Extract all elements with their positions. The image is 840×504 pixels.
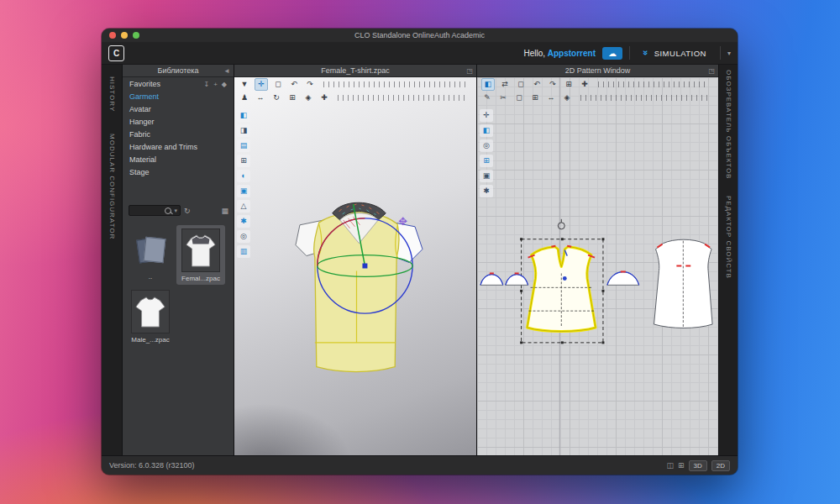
greeting-prefix: Hello,	[523, 49, 547, 58]
view-toolbar-3d: ◧ ◨ ▤ ⊞ ◐ ▣ △ ✱ ◎ ▥	[237, 109, 250, 258]
library-panel: Библиотека ◄ Favorites ↧ + ◆ Garment Ava…	[123, 65, 234, 455]
lock-icon[interactable]: ✱	[480, 185, 493, 197]
library-file-grid: .. Femal...zpac	[123, 220, 234, 351]
clo-logo-icon[interactable]: C	[108, 45, 124, 61]
search-options-icon[interactable]: ▾	[174, 207, 177, 214]
library-item-fabric[interactable]: Fabric	[123, 128, 234, 140]
pattern-sleeve-left-1[interactable]	[480, 273, 503, 285]
mesh-view-icon[interactable]: ⊞	[237, 155, 250, 167]
app-toolbar: C Hello, Appstorrent ☁ » SIMULATION ▾	[102, 42, 738, 65]
folder-up-item[interactable]: ..	[126, 225, 175, 285]
show-seam-icon[interactable]: ⊞	[480, 155, 493, 167]
move-4way-icon[interactable]: ✥	[398, 215, 407, 228]
file-label: Femal...zpac	[181, 275, 220, 282]
viewport-2d-header: 2D Pattern Window ◳	[477, 65, 718, 77]
pattern-view-icon[interactable]: ▣	[237, 185, 250, 197]
add-icon[interactable]: +	[213, 81, 218, 88]
simulate-chevrons-icon: »	[641, 50, 651, 56]
statusbar-right: ◫ ⊞ 3D 2D	[666, 460, 730, 471]
tab-modular-configurator[interactable]: MODULAR CONFIGURATOR	[108, 134, 116, 239]
file-item-male-tshirt[interactable]: Male_...zpac	[126, 286, 175, 346]
viewport-2d[interactable]: ◧ ⇄ ◻ ↶ ↷ ⊞ ✚ ✎ ✂ ◻ ⊞ ↔	[477, 77, 718, 455]
fit-view-icon[interactable]: ◎	[237, 230, 250, 243]
right-tab-strip: ОБОЗРЕВАТЕЛЬ ОБЪЕКТОВ РЕДАКТОР СВОЙСТВ	[718, 65, 738, 455]
pattern-canvas	[477, 77, 718, 455]
window-title: CLO Standalone OnlineAuth Academic	[102, 31, 738, 39]
account-name-link[interactable]: Appstorrent	[548, 49, 596, 58]
toolbar-separator	[629, 46, 630, 60]
window-titlebar: CLO Standalone OnlineAuth Academic	[102, 29, 738, 42]
viewport-3d-header: Female_T-shirt.zpac ◳	[234, 65, 476, 77]
left-tab-strip: HISTORY MODULAR CONFIGURATOR	[102, 65, 123, 455]
tab-property-editor[interactable]: РЕДАКТОР СВОЙСТВ	[725, 196, 732, 279]
file-label: Male_...zpac	[131, 336, 169, 344]
show-grid-icon[interactable]: ◎	[480, 139, 493, 152]
pattern-move-icon[interactable]: ✛	[480, 109, 493, 122]
library-item-favorites[interactable]: Favorites ↧ + ◆	[123, 77, 234, 90]
pattern-outline-icon[interactable]: ◧	[480, 124, 493, 137]
collapse-panel-icon[interactable]: ◄	[223, 67, 230, 75]
library-item-hanger[interactable]: Hanger	[123, 115, 234, 128]
library-title: Библиотека	[158, 66, 199, 75]
stress-view-icon[interactable]: ✱	[237, 215, 250, 228]
tab-object-browser[interactable]: ОБОЗРЕВАТЕЛЬ ОБЪЕКТОВ	[725, 70, 732, 179]
account-greeting: Hello, Appstorrent	[523, 49, 596, 58]
library-search-row: ▾ ↻ ▦	[123, 200, 234, 220]
pattern-sleeve-right[interactable]	[607, 271, 639, 285]
tshirt-thumbnail-female	[185, 232, 217, 269]
simulation-dropdown-icon[interactable]: ▾	[727, 50, 731, 57]
viewport-3d-title: Female_T-shirt.zpac	[321, 66, 390, 75]
toolbar-separator	[720, 46, 721, 60]
view-toolbar-2d: ✛ ◧ ◎ ⊞ ▣ ✱	[480, 109, 493, 197]
layer-view-icon[interactable]: ▥	[237, 245, 250, 258]
cloud-icon: ☁	[608, 49, 617, 58]
texture-view-icon[interactable]: ▤	[237, 139, 250, 152]
pin-icon[interactable]: ◆	[222, 81, 227, 88]
grading-reference-point[interactable]	[558, 219, 564, 229]
library-body: Favorites ↧ + ◆ Garment Avatar Hanger Fa…	[123, 77, 234, 455]
simulation-button[interactable]: » SIMULATION	[637, 45, 713, 60]
maximize-panel-icon[interactable]: ◳	[708, 67, 715, 75]
tshirt-3d-model[interactable]	[296, 202, 423, 371]
pattern-back[interactable]	[654, 239, 713, 328]
quad-panes-icon[interactable]: ⊞	[678, 461, 685, 470]
refresh-icon[interactable]: ↻	[184, 207, 191, 215]
library-item-hardware-and-trims[interactable]: Hardware and Trims	[123, 140, 234, 153]
toggle-3d-button[interactable]: 3D	[689, 460, 707, 471]
show-avatar-icon[interactable]: ◧	[237, 109, 250, 122]
shade-view-icon[interactable]: ◐	[237, 170, 250, 182]
toggle-2d-button[interactable]: 2D	[711, 460, 730, 471]
library-item-garment[interactable]: Garment	[123, 90, 234, 102]
library-panel-header: Библиотека ◄	[123, 65, 234, 77]
search-icon	[165, 207, 171, 214]
tshirt-thumbnail-male	[134, 293, 166, 330]
pattern-front[interactable]	[528, 246, 596, 332]
pin-view-icon[interactable]: △	[237, 200, 250, 213]
viewport-2d-title: 2D Pattern Window	[565, 66, 631, 75]
view-mode-grid-icon[interactable]: ▦	[221, 207, 228, 215]
file-item-female-tshirt[interactable]: Femal...zpac	[176, 225, 225, 285]
status-bar: Version: 6.0.328 (r32100) ◫ ⊞ 3D 2D	[102, 455, 738, 475]
app-window: CLO Standalone OnlineAuth Academic C Hel…	[102, 29, 738, 475]
maximize-panel-icon[interactable]: ◳	[466, 67, 473, 75]
viewport-2d-column: 2D Pattern Window ◳ ◧ ⇄ ◻ ↶ ↷ ⊞ ✚	[477, 65, 718, 455]
main-area: HISTORY MODULAR CONFIGURATOR Библиотека …	[102, 65, 738, 455]
viewport-3d-column: Female_T-shirt.zpac ◳ ▼ ✛ ◻ ↶ ↷ ♟ ↔	[234, 65, 477, 455]
search-input[interactable]: ▾	[129, 205, 181, 216]
split-panes-icon[interactable]: ◫	[666, 461, 674, 470]
pattern-sleeve-left-2[interactable]	[506, 273, 528, 285]
version-text: Version: 6.0.328 (r32100)	[109, 461, 195, 470]
viewport-3d[interactable]: ▼ ✛ ◻ ↶ ↷ ♟ ↔ ↻ ⊞ ◈ ✚	[234, 77, 476, 455]
library-item-stage[interactable]: Stage	[123, 165, 234, 178]
folder-icon	[136, 235, 165, 264]
library-item-material[interactable]: Material	[123, 153, 234, 165]
cloud-sync-button[interactable]: ☁	[602, 47, 622, 60]
download-icon[interactable]: ↧	[203, 81, 209, 88]
library-item-avatar[interactable]: Avatar	[123, 102, 234, 115]
simulation-label: SIMULATION	[654, 49, 706, 58]
texture-2d-icon[interactable]: ▣	[480, 170, 493, 182]
file-label: ..	[149, 273, 152, 281]
scene-3d: ✥	[234, 77, 476, 455]
tab-history[interactable]: HISTORY	[108, 76, 116, 112]
show-garment-icon[interactable]: ◨	[237, 124, 250, 137]
